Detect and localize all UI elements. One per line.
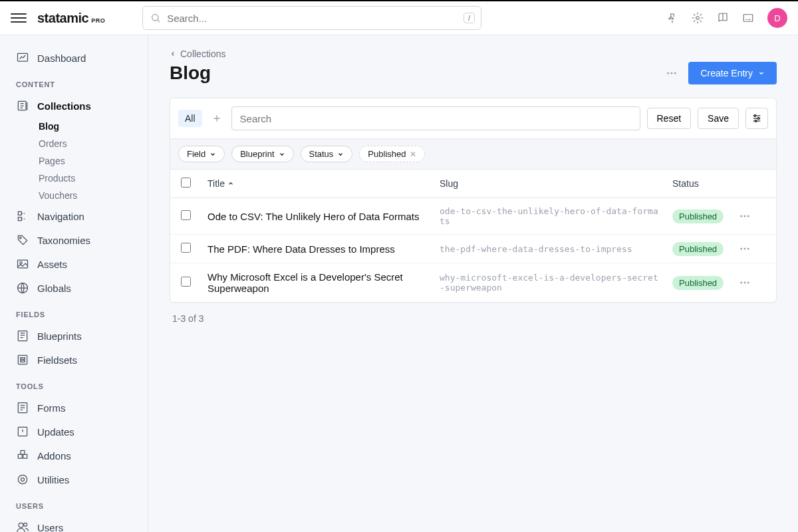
svg-rect-13 xyxy=(21,358,25,360)
pagination-info: 1-3 of 3 xyxy=(170,303,777,334)
sidebar-item-collections[interactable]: Collections xyxy=(0,94,148,118)
svg-point-29 xyxy=(755,120,757,122)
sidebar-subitem-vouchers[interactable]: Vouchers xyxy=(39,187,148,204)
select-all-checkbox[interactable] xyxy=(181,178,191,188)
logo-text: statamic xyxy=(37,11,88,26)
sidebar-subitem-blog[interactable]: Blog xyxy=(39,118,148,135)
sidebar-section-label: CONTENT xyxy=(0,70,148,94)
filter-published[interactable]: Published✕ xyxy=(359,146,425,162)
menu-toggle[interactable] xyxy=(11,10,27,26)
sidebar-section-label: TOOLS xyxy=(0,372,148,396)
sidebar-item-addons[interactable]: Addons xyxy=(0,444,148,467)
sidebar-item-forms[interactable]: Forms xyxy=(0,396,148,420)
create-entry-label: Create Entry xyxy=(700,68,753,78)
svg-rect-11 xyxy=(18,331,27,341)
row-actions-menu[interactable] xyxy=(739,210,765,222)
svg-rect-5 xyxy=(18,211,21,215)
sidebar: DashboardCONTENTCollectionsBlogOrdersPag… xyxy=(0,35,148,532)
updates-icon xyxy=(16,425,29,438)
svg-point-24 xyxy=(668,72,670,74)
column-slug-header[interactable]: Slug xyxy=(440,178,672,189)
svg-rect-2 xyxy=(743,15,753,22)
sidebar-item-blueprints[interactable]: Blueprints xyxy=(0,324,148,348)
svg-point-22 xyxy=(19,523,23,527)
sidebar-section-label: USERS xyxy=(0,491,148,515)
svg-rect-6 xyxy=(18,217,21,221)
user-avatar[interactable]: D xyxy=(767,8,787,28)
save-button[interactable]: Save xyxy=(698,108,739,129)
search-icon xyxy=(150,13,161,23)
sidebar-dashboard[interactable]: Dashboard xyxy=(0,46,148,70)
sidebar-item-navigation[interactable]: Navigation xyxy=(0,204,148,228)
pin-icon[interactable] xyxy=(666,12,678,24)
logo-badge: PRO xyxy=(91,17,105,24)
entry-title[interactable]: Why Microsoft Excel is a Developer's Sec… xyxy=(207,271,440,294)
row-actions-menu[interactable] xyxy=(739,277,765,289)
settings-icon[interactable] xyxy=(692,12,704,24)
add-filter-preset[interactable] xyxy=(209,110,225,126)
form-icon xyxy=(16,401,29,414)
row-checkbox[interactable] xyxy=(181,210,191,220)
svg-point-9 xyxy=(20,262,22,264)
sidebar-item-taxonomies[interactable]: Taxonomies xyxy=(0,228,148,252)
column-title-header[interactable]: Title xyxy=(207,178,440,189)
sidebar-subitem-pages[interactable]: Pages xyxy=(39,152,148,170)
svg-point-37 xyxy=(744,282,746,284)
global-search-input[interactable] xyxy=(142,6,481,30)
svg-point-36 xyxy=(740,282,742,284)
filter-preset-all[interactable]: All xyxy=(178,110,202,127)
svg-point-34 xyxy=(744,248,746,250)
entry-slug: why-microsoft-excel-is-a-developers-secr… xyxy=(440,273,672,293)
svg-point-0 xyxy=(152,15,158,21)
chevron-down-icon xyxy=(758,70,765,76)
search-shortcut: / xyxy=(464,13,475,23)
assets-icon xyxy=(16,257,29,271)
svg-point-30 xyxy=(740,215,742,217)
utilities-icon xyxy=(16,473,29,486)
reset-button[interactable]: Reset xyxy=(647,108,692,129)
sidebar-subitem-products[interactable]: Products xyxy=(39,170,148,187)
table-row: The PDF: Where Data Dresses to Impress t… xyxy=(170,235,776,263)
svg-point-25 xyxy=(671,72,673,74)
sidebar-item-users[interactable]: Users xyxy=(0,515,148,532)
filter-blueprint[interactable]: Blueprint xyxy=(231,146,293,162)
svg-point-21 xyxy=(18,475,27,483)
page-actions-menu[interactable] xyxy=(663,65,680,82)
site-icon[interactable] xyxy=(742,12,754,24)
svg-point-33 xyxy=(740,248,742,250)
columns-button[interactable] xyxy=(745,108,768,129)
svg-point-1 xyxy=(696,17,700,20)
svg-point-26 xyxy=(674,72,676,74)
docs-icon[interactable] xyxy=(717,12,729,24)
dashboard-icon xyxy=(16,51,29,65)
sidebar-item-globals[interactable]: Globals xyxy=(0,276,148,300)
logo[interactable]: statamic PRO xyxy=(37,11,105,26)
sidebar-subitem-orders[interactable]: Orders xyxy=(39,135,148,152)
entry-title[interactable]: The PDF: Where Data Dresses to Impress xyxy=(207,243,440,255)
remove-filter-icon[interactable]: ✕ xyxy=(410,150,416,159)
row-actions-menu[interactable] xyxy=(739,243,765,255)
table-row: Why Microsoft Excel is a Developer's Sec… xyxy=(170,263,776,302)
breadcrumb-back[interactable]: Collections xyxy=(170,49,777,59)
chevron-down-icon xyxy=(337,151,344,158)
filter-field[interactable]: Field xyxy=(178,146,225,162)
entry-title[interactable]: Ode to CSV: The Unlikely Hero of Data Fo… xyxy=(207,211,440,222)
create-entry-button[interactable]: Create Entry xyxy=(688,62,777,84)
entry-slug: the-pdf-where-data-dresses-to-impress xyxy=(440,244,672,254)
row-checkbox[interactable] xyxy=(181,277,191,287)
filter-status[interactable]: Status xyxy=(301,146,353,162)
entry-slug: ode-to-csv-the-unlikely-hero-of-data-for… xyxy=(440,206,672,226)
entries-search-input[interactable] xyxy=(231,106,640,130)
column-status-header[interactable]: Status xyxy=(672,178,739,189)
sidebar-item-updates[interactable]: Updates xyxy=(0,420,148,444)
fieldset-icon xyxy=(16,353,29,366)
svg-rect-14 xyxy=(21,360,25,362)
sidebar-section-label: FIELDS xyxy=(0,300,148,324)
row-checkbox[interactable] xyxy=(181,243,191,253)
sidebar-item-utilities[interactable]: Utilities xyxy=(0,467,148,491)
sidebar-item-fieldsets[interactable]: Fieldsets xyxy=(0,348,148,372)
sidebar-item-assets[interactable]: Assets xyxy=(0,252,148,276)
svg-point-35 xyxy=(747,248,749,250)
global-search: / xyxy=(142,6,481,30)
svg-rect-19 xyxy=(21,451,25,455)
